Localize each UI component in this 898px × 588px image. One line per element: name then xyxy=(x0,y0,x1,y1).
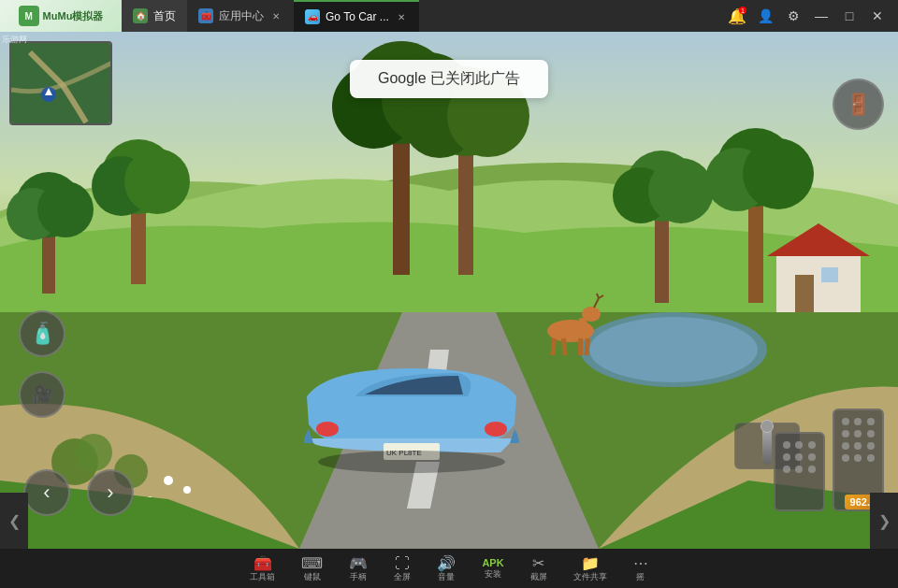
logo-icon: M xyxy=(19,6,39,26)
game-tab-icon: 🚗 xyxy=(305,9,320,24)
right-arrow-icon: › xyxy=(107,480,113,505)
apk-label: 安装 xyxy=(485,570,501,579)
titlebar: M MuMu模拟器 🏠 首页 🧰 应用中心 ✕ 🚗 Go To Car ... … xyxy=(0,0,898,32)
screenshot-icon: ✂ xyxy=(532,556,544,571)
screenshot-label: 截屏 xyxy=(530,573,547,581)
svg-rect-37 xyxy=(776,256,861,312)
app-logo: M MuMu模拟器 xyxy=(0,0,122,32)
svg-point-32 xyxy=(648,158,714,223)
svg-point-16 xyxy=(37,181,94,237)
arrow-controls: ‹ › xyxy=(19,465,138,521)
gamepad-icon: 🎮 xyxy=(349,556,368,571)
minimize-btn[interactable]: — xyxy=(808,3,834,29)
svg-rect-40 xyxy=(821,267,838,282)
left-arrow-btn[interactable]: ‹ xyxy=(23,469,70,516)
notif-badge: 1 xyxy=(739,7,746,14)
minimap-svg xyxy=(11,43,112,125)
right-arrow-btn[interactable]: › xyxy=(87,469,134,516)
toolbox-icon: 🧰 xyxy=(253,556,272,571)
close-btn[interactable]: ✕ xyxy=(864,3,891,29)
window-controls: 🔔 1 👤 ⚙ — □ ✕ xyxy=(724,3,898,29)
ad-overlay: Google 已关闭此广告 xyxy=(350,60,548,98)
tab-game-label: Go To Car ... xyxy=(326,10,389,23)
maximize-btn[interactable]: □ xyxy=(836,3,862,29)
fileshare-icon: 📁 xyxy=(581,556,600,571)
tab-app-center-close[interactable]: ✕ xyxy=(269,9,282,22)
more-icon: ⋯ xyxy=(633,556,648,571)
tab-bar: 🏠 首页 🧰 应用中心 ✕ 🚗 Go To Car ... ✕ xyxy=(122,0,724,32)
door-icon: 🚪 xyxy=(846,93,871,117)
toolbar-more[interactable]: ⋯ 摇 xyxy=(620,549,661,588)
user-btn[interactable]: 👤 xyxy=(752,3,778,29)
camera-button[interactable]: 🎥 xyxy=(19,371,65,418)
ad-text: Google 已关闭此广告 xyxy=(378,70,520,86)
svg-point-54 xyxy=(485,422,507,437)
notification-icon[interactable]: 🔔 1 xyxy=(724,3,750,29)
apk-icon: APK xyxy=(482,558,503,568)
volume-icon: 🔊 xyxy=(437,556,456,571)
settings-btn[interactable]: ⚙ xyxy=(780,3,806,29)
svg-point-20 xyxy=(124,149,190,214)
minimap xyxy=(9,41,112,125)
fileshare-label: 文件共享 xyxy=(573,573,607,581)
toolbar-gamepad[interactable]: 🎮 手柄 xyxy=(336,549,381,588)
svg-point-53 xyxy=(316,422,339,437)
keyboard-label: 键鼠 xyxy=(304,573,321,581)
tab-app-center-label: 应用中心 xyxy=(219,8,264,24)
toolbox-label: 工具箱 xyxy=(250,573,275,581)
more-label: 摇 xyxy=(636,573,645,581)
app-center-icon: 🧰 xyxy=(198,8,213,23)
fullscreen-icon: ⛶ xyxy=(395,556,410,571)
home-tab-icon: 🏠 xyxy=(133,8,148,23)
tab-home-label: 首页 xyxy=(153,8,176,24)
gamepad-label: 手柄 xyxy=(350,573,367,581)
svg-rect-51 xyxy=(578,338,583,355)
gear-handle xyxy=(762,427,772,465)
nav-right-icon: ❯ xyxy=(878,512,891,530)
bottom-toolbar: 🧰 工具箱 ⌨ 键鼠 🎮 手柄 ⛶ 全屏 🔊 音量 APK 安装 ✂ 截屏 📁 … xyxy=(0,549,898,588)
toolbar-keyboard[interactable]: ⌨ 键鼠 xyxy=(288,549,336,588)
nav-left-btn[interactable]: ❮ xyxy=(0,493,28,549)
nav-left-icon: ❮ xyxy=(8,512,21,530)
svg-point-45 xyxy=(582,307,601,322)
svg-point-42 xyxy=(589,317,758,382)
pedals-area xyxy=(774,409,884,511)
svg-point-10 xyxy=(164,476,173,485)
toolbar-volume[interactable]: 🔊 音量 xyxy=(424,549,469,588)
svg-rect-39 xyxy=(795,275,814,312)
tab-home[interactable]: 🏠 首页 xyxy=(122,0,187,32)
svg-point-57 xyxy=(318,451,505,473)
svg-point-36 xyxy=(743,138,814,209)
tab-app-center[interactable]: 🧰 应用中心 ✕ xyxy=(187,0,294,32)
spray-button[interactable]: 🧴 xyxy=(19,310,65,357)
toolbar-fileshare[interactable]: 📁 文件共享 xyxy=(560,549,620,588)
toolbar-fullscreen[interactable]: ⛶ 全屏 xyxy=(381,549,424,588)
toolbar-toolbox[interactable]: 🧰 工具箱 xyxy=(237,549,288,588)
toolbar-apk[interactable]: APK 安装 xyxy=(469,549,516,588)
gear-knob xyxy=(760,420,774,433)
game-area: UK PL8TE Google 已关闭此广告 🧴 🎥 xyxy=(0,32,898,549)
nav-right-btn[interactable]: ❯ xyxy=(870,493,898,549)
volume-label: 音量 xyxy=(438,573,455,581)
tab-game-close[interactable]: ✕ xyxy=(395,10,408,23)
brake-pedal[interactable] xyxy=(774,432,825,511)
keyboard-icon: ⌨ xyxy=(301,556,323,571)
tab-game[interactable]: 🚗 Go To Car ... ✕ xyxy=(294,0,419,32)
fullscreen-label: 全屏 xyxy=(394,573,411,581)
spray-icon: 🧴 xyxy=(30,322,55,346)
door-button[interactable]: 🚪 xyxy=(833,79,884,130)
svg-point-11 xyxy=(183,486,191,494)
camera-icon: 🎥 xyxy=(32,384,52,405)
left-arrow-icon: ‹ xyxy=(43,480,50,505)
toolbar-screenshot[interactable]: ✂ 截屏 xyxy=(517,549,560,588)
logo-text: MuMu模拟器 xyxy=(43,9,104,23)
